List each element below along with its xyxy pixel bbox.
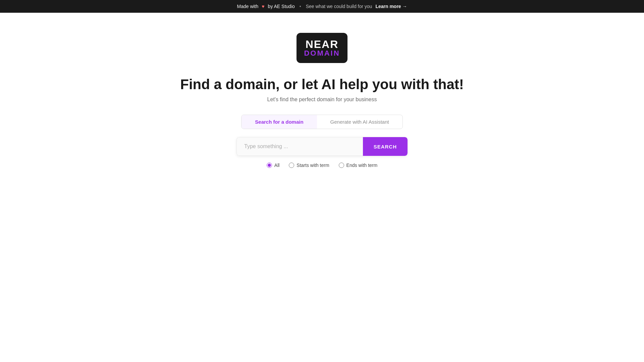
radio-group: All Starts with term Ends with term [267,163,377,168]
logo-near: NEAR [306,39,339,50]
learn-more-link[interactable]: Learn more → [375,4,407,9]
logo-box: NEAR DOMAIN [297,33,347,63]
page-subheadline: Let's find the perfect domain for your b… [267,97,377,103]
radio-ends-with[interactable]: Ends with term [339,163,378,168]
radio-all-input[interactable] [267,163,272,168]
dot-separator: • [300,4,301,9]
top-banner: Made with ♥ by AE Studio • See what we c… [0,0,644,13]
radio-all-label: All [274,163,280,168]
tab-generate-ai[interactable]: Generate with AI Assistant [317,115,402,129]
radio-all[interactable]: All [267,163,280,168]
radio-starts-label: Starts with term [297,163,329,168]
by-ae-studio-text: by AE Studio [268,4,295,9]
tab-switcher: Search for a domain Generate with AI Ass… [241,115,402,129]
radio-starts-input[interactable] [289,163,294,168]
made-with-text: Made with [237,4,258,9]
heart-icon: ♥ [262,4,264,9]
radio-ends-label: Ends with term [346,163,378,168]
see-what-text: See what we could build for you [306,4,372,9]
logo-domain: DOMAIN [304,50,340,57]
page-headline: Find a domain, or let AI help you with t… [180,76,464,93]
main-content: NEAR DOMAIN Find a domain, or let AI hel… [0,13,644,168]
radio-starts-with[interactable]: Starts with term [289,163,329,168]
search-input[interactable] [236,137,363,156]
search-button[interactable]: SEARCH [363,137,408,156]
search-container: SEARCH [236,137,408,156]
tab-search-domain[interactable]: Search for a domain [241,115,317,129]
logo-container: NEAR DOMAIN [297,33,347,63]
radio-ends-input[interactable] [339,163,344,168]
